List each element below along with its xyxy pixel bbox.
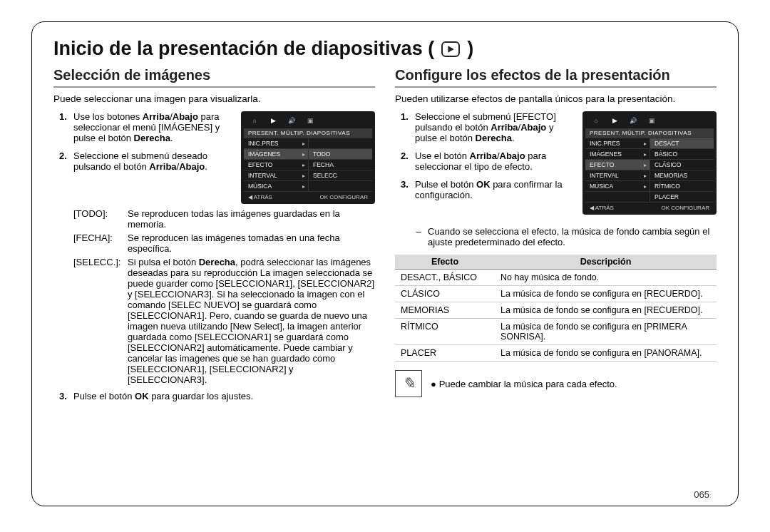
- pencil-note-icon: ✎: [395, 370, 422, 397]
- table-row: PLACERLa música de fondo se configura en…: [395, 345, 717, 362]
- slideshow-icon: [441, 41, 460, 57]
- effects-table: Efecto Descripción DESACT., BÁSICONo hay…: [395, 255, 717, 362]
- left-intro: Puede seleccionar una imagen para visual…: [53, 93, 375, 104]
- lcd-back-label: ◀ ATRÁS: [590, 205, 614, 211]
- svg-marker-0: [448, 46, 454, 53]
- page-title-text: Inicio de la presentación de diapositiva…: [53, 38, 434, 60]
- page-number: 065: [694, 489, 709, 500]
- definition-list: [TODO]: Se reproducen todas las imágenes…: [53, 208, 375, 385]
- dash-icon: –: [415, 226, 422, 247]
- lcd-value: [308, 180, 372, 191]
- table-row: MEMORIASLa música de fondo se configura …: [395, 302, 717, 319]
- lcd-back-label: ◀ ATRÁS: [248, 194, 272, 200]
- left-column: Selección de imágenes Puede seleccionar …: [53, 67, 375, 409]
- lcd-item: MÚSICA: [248, 183, 272, 190]
- lcd-item: INTERVAL: [590, 172, 619, 179]
- page-frame: Inicio de la presentación de diapositiva…: [31, 21, 739, 506]
- left-step-1: Use los botones Arriba/Abajo para selecc…: [53, 111, 375, 143]
- def-desc-fecha: Se reproducen las imágenes tomadas en un…: [128, 232, 375, 254]
- left-heading: Selección de imágenes: [53, 67, 375, 88]
- page-title: Inicio de la presentación de diapositiva…: [53, 38, 717, 60]
- lcd-ok-label: OK CONFIGURAR: [661, 205, 709, 211]
- table-row: RÍTMICOLa música de fondo se configura e…: [395, 319, 717, 345]
- effect-note: – Cuando se selecciona el efecto, la mús…: [395, 226, 717, 247]
- def-desc-todo: Se reproducen todas las imágenes guardad…: [128, 208, 375, 230]
- tip-box: ✎ ● Puede cambiar la música para cada ef…: [395, 370, 717, 397]
- lcd-item: INTERVAL: [248, 172, 277, 179]
- def-desc-selecc: Si pulsa el botón Derecha, podrá selecci…: [128, 257, 375, 385]
- table-row: DESACT., BÁSICONo hay música de fondo.: [395, 270, 717, 286]
- effect-note-text: Cuando se selecciona el efecto, la músic…: [428, 226, 717, 247]
- page-title-close: ): [467, 38, 473, 60]
- right-intro: Pueden utilizarse efectos de pantalla ún…: [395, 93, 717, 104]
- th-effect: Efecto: [395, 255, 495, 270]
- def-term-todo: [TODO]:: [73, 208, 123, 230]
- def-term-selecc: [SELECC.]:: [73, 257, 123, 385]
- right-step-1: Seleccione el submenú [EFECTO] pulsando …: [395, 111, 717, 143]
- th-description: Descripción: [495, 255, 717, 270]
- right-step-3: Pulse el botón OK para confirmar la conf…: [395, 179, 717, 200]
- table-row: CLÁSICOLa música de fondo se configura e…: [395, 286, 717, 302]
- left-step-3: Pulse el botón OK para guardar los ajust…: [53, 391, 375, 401]
- lcd-ok-label: OK CONFIGURAR: [319, 194, 368, 200]
- right-heading: Configure los efectos de la presentación: [395, 67, 717, 88]
- tip-text: ● Puede cambiar la música para cada efec…: [431, 379, 617, 389]
- right-column: Configure los efectos de la presentación…: [395, 67, 717, 409]
- right-step-2: Use el botón Arriba/Abajo para seleccion…: [395, 150, 717, 172]
- bullet-icon: ●: [431, 379, 436, 389]
- left-step-2: Seleccione el submenú deseado pulsando e…: [53, 150, 375, 172]
- def-term-fecha: [FECHA]:: [73, 232, 123, 254]
